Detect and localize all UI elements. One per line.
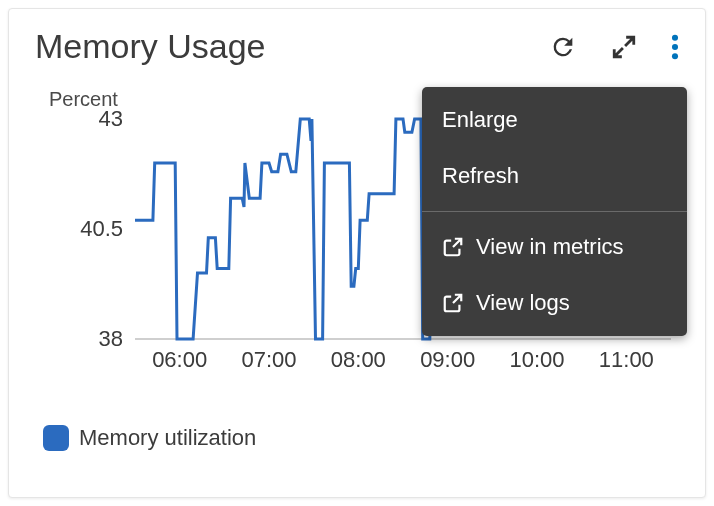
x-tick-label: 06:00 [152,347,207,373]
y-axis-ticks: 3840.543 [35,119,123,339]
chart-card: Memory Usage Percent 3840.543 06:0007:00… [8,8,706,498]
legend-swatch [43,425,69,451]
expand-icon[interactable] [611,34,637,60]
card-header: Memory Usage [35,27,685,66]
menu-label-view-metrics: View in metrics [476,234,624,260]
menu-item-enlarge[interactable]: Enlarge [422,87,687,148]
menu-item-refresh[interactable]: Refresh [422,148,687,209]
external-link-icon [442,292,464,314]
x-axis-ticks: 06:0007:0008:0009:0010:0011:00 [135,347,671,377]
svg-point-1 [672,43,678,49]
menu-label-view-logs: View logs [476,290,570,316]
y-tick-label: 40.5 [43,216,123,242]
x-tick-label: 10:00 [509,347,564,373]
legend: Memory utilization [43,425,685,451]
header-actions [549,33,685,61]
x-tick-label: 11:00 [599,347,654,373]
more-menu-dropdown: Enlarge Refresh View in metrics View log… [422,87,687,336]
chart-title: Memory Usage [35,27,266,66]
external-link-icon [442,236,464,258]
x-tick-label: 09:00 [420,347,475,373]
menu-label-enlarge: Enlarge [442,107,518,133]
svg-point-2 [672,53,678,59]
more-menu-icon[interactable] [671,33,679,61]
menu-divider [422,211,687,212]
menu-item-view-logs[interactable]: View logs [422,275,687,336]
y-tick-label: 38 [43,326,123,352]
x-tick-label: 07:00 [241,347,296,373]
svg-point-0 [672,34,678,40]
y-tick-label: 43 [43,106,123,132]
x-tick-label: 08:00 [331,347,386,373]
refresh-icon[interactable] [549,33,577,61]
legend-label: Memory utilization [79,425,256,451]
menu-label-refresh: Refresh [442,163,519,189]
menu-item-view-metrics[interactable]: View in metrics [422,214,687,275]
